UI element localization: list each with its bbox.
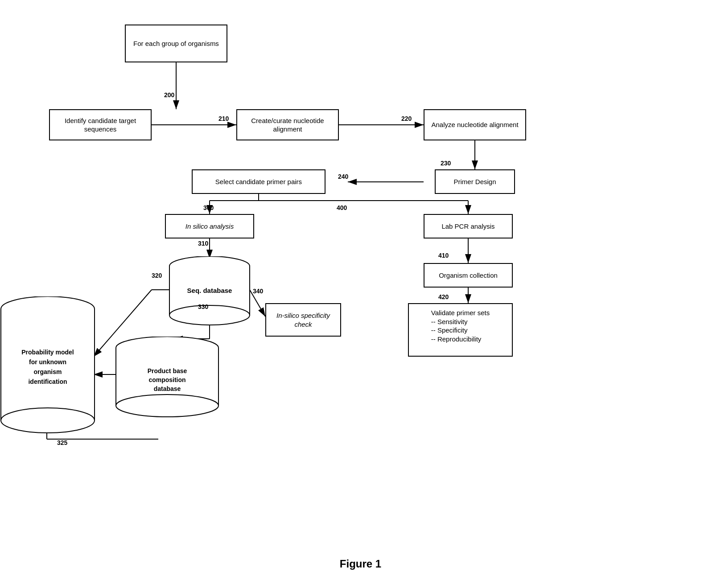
for-each-group-label: For each group of organisms [133,39,219,48]
in-silico-specificity-label: In-silico specificity check [271,311,336,329]
svg-point-41 [1,408,95,433]
lab-pcr-box: Lab PCR analysis [424,214,513,238]
validate-reproducibility: -- Reproducibility [431,335,490,344]
svg-text:database: database [154,385,181,392]
validate-title: Validate primer sets [431,308,490,317]
label-400: 400 [337,204,347,211]
select-candidate-box: Select candidate primer pairs [192,169,325,194]
in-silico-analysis-box: In silico analysis [165,214,254,238]
validate-primer-box: Validate primer sets -- Sensitivity -- S… [408,303,513,357]
create-curate-box: Create/curate nucleotide alignment [236,109,339,140]
in-silico-analysis-label: In silico analysis [185,222,234,231]
analyze-nucleotide-label: Analyze nucleotide alignment [431,120,518,129]
validate-primer-label: Validate primer sets -- Sensitivity -- S… [431,308,490,343]
label-340: 340 [253,288,263,295]
label-300: 300 [203,204,214,211]
label-200: 200 [164,91,174,99]
svg-text:organism: organism [33,368,62,375]
label-410: 410 [438,252,449,259]
primer-design-label: Primer Design [453,177,496,186]
in-silico-specificity-box: In-silico specificity check [265,303,341,337]
lab-pcr-label: Lab PCR analysis [441,222,494,231]
svg-text:Product base: Product base [148,367,187,374]
prob-model-cylinder: Probability model for unknown organism i… [0,296,96,435]
seq-database-cylinder: Seq. database [167,256,252,325]
label-230: 230 [441,160,451,167]
label-240: 240 [338,173,348,180]
figure-caption: Figure 1 [340,558,381,570]
svg-point-27 [169,305,250,325]
label-420: 420 [438,293,449,300]
svg-text:composition: composition [148,376,185,383]
for-each-group-box: For each group of organisms [125,25,227,62]
select-candidate-label: Select candidate primer pairs [215,177,302,186]
product-base-cylinder: Product base composition database [114,337,221,419]
validate-specificity: -- Specificity [431,326,490,335]
svg-text:Probability model: Probability model [21,349,74,356]
validate-sensitivity: -- Sensitivity [431,317,490,326]
label-325: 325 [57,439,67,446]
create-curate-label: Create/curate nucleotide alignment [242,116,334,134]
svg-point-33 [116,395,218,417]
label-330: 330 [198,303,208,310]
label-310: 310 [198,240,208,247]
identify-candidate-label: Identify candidate target sequences [54,116,146,134]
label-210: 210 [218,115,229,122]
label-320: 320 [152,272,162,279]
organism-collection-label: Organism collection [439,271,498,280]
label-220: 220 [401,115,412,122]
analyze-nucleotide-box: Analyze nucleotide alignment [424,109,526,140]
flow-arrows [0,0,721,557]
diagram-container: For each group of organisms Identify can… [0,0,721,557]
identify-candidate-box: Identify candidate target sequences [49,109,152,140]
svg-text:Seq. database: Seq. database [187,287,232,294]
svg-text:for unknown: for unknown [29,358,66,366]
organism-collection-box: Organism collection [424,263,513,288]
svg-text:identification: identification [28,378,67,385]
primer-design-box: Primer Design [435,169,515,194]
